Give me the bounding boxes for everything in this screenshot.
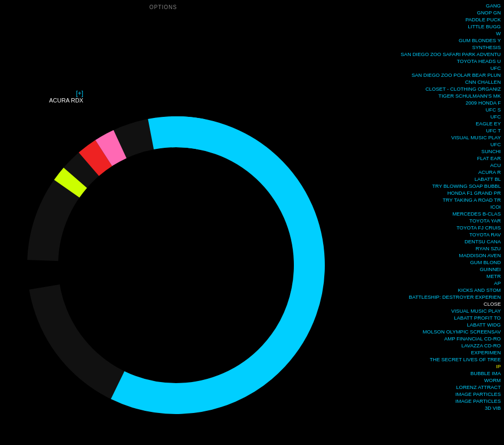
list-item[interactable]: GNOP GN [365,9,502,16]
chart-area [0,0,373,445]
list-item[interactable]: LITTLE BUGG [365,23,502,30]
list-item[interactable]: GANG [365,2,502,9]
list-item[interactable]: LABATT BL [365,176,502,182]
list-item[interactable]: GUINNEI [365,266,502,273]
list-item[interactable]: SYNTHESIS [365,44,502,51]
list-item[interactable]: SAN DIEGO ZOO POLAR BEAR PLUN [365,71,502,78]
list-item[interactable]: UFC S [365,106,502,113]
list-item[interactable]: GUM BLONDES Y [365,37,502,44]
list-item[interactable]: SAN DIEGO ZOO SAFARI PARK ADVENTU [365,51,502,58]
svg-point-4 [21,110,331,420]
list-item[interactable]: TOYOTA HEADS U [365,58,502,65]
list-item[interactable]: TRY TAKING A ROAD TR [365,196,502,203]
donut-chart [21,110,331,420]
list-item[interactable]: PADDLE PUCK [365,16,502,23]
list-item[interactable]: MOLSON OLYMPIC SCREENSAV [365,328,502,335]
list-item[interactable]: UFC [365,113,502,120]
list-item[interactable]: IP [365,363,502,370]
svg-point-5 [21,110,331,420]
list-item[interactable]: AMP FINANCIAL CD-RO [365,335,502,342]
list-item[interactable]: EXPERIMEN [365,349,502,356]
list-item[interactable]: UFC T [365,127,502,134]
list-item[interactable]: W [365,30,502,37]
list-item[interactable]: MADDISON AVEN [365,252,502,259]
list-item[interactable]: LORENZ ATTRACT [365,384,502,391]
list-item[interactable]: DENTSU CANA [365,238,502,245]
list-item[interactable]: FLAT EAR [365,155,502,162]
list-item[interactable]: TRY BLOWING SOAP BUBBL [365,182,502,189]
list-item[interactable]: TOYOTA FJ CRUIS [365,224,502,231]
main-container: OPTIONS [+] ACURA RDX [0,0,504,445]
list-item[interactable]: ACU [365,162,502,169]
list-item[interactable]: ACURA R [365,169,502,176]
list-item[interactable]: EAGLE EY [365,120,502,127]
list-item[interactable]: 2009 HONDA F [365,99,502,106]
list-item[interactable]: UFC [365,65,502,71]
list-item[interactable]: THE SECRET LIVES OF TREE [365,356,502,363]
list-item[interactable]: BUBBLE IMA [365,370,502,377]
svg-point-6 [21,110,331,420]
list-item[interactable]: IMAGE PARTICLES [365,391,502,398]
list-item[interactable]: LABATT WIDG [365,321,502,328]
list-item[interactable]: WORM [365,377,502,384]
list-item[interactable]: VISUAL MUSIC PLAY [365,307,502,314]
list-item[interactable]: MERCEDES B-CLAS [365,210,502,217]
list-item[interactable]: ICOI [365,203,502,210]
list-item[interactable]: IMAGE PARTICLES [365,398,502,404]
list-item[interactable]: RYAN SZU [365,245,502,252]
list-item[interactable]: TOYOTA YAR [365,217,502,224]
list-item[interactable]: GUM BLOND [365,259,502,266]
list-item[interactable]: LAVAZZA CD-RO [365,342,502,349]
list-item[interactable]: TOYOTA RAV [365,231,502,238]
list-item[interactable]: CLOSE [365,300,502,307]
list-item[interactable]: CLOSET - CLOTHING ORGANIZ [365,85,502,92]
list-item[interactable]: HONDA F1 GRAND PR [365,189,502,196]
list-item[interactable]: VISUAL MUSIC PLAY [365,134,502,141]
donut-container [21,110,331,420]
svg-point-2 [21,110,331,420]
list-item[interactable]: METR [365,273,502,280]
list-item[interactable]: AP [365,280,502,287]
list-item[interactable]: TIGER SCHULMANN'S MK [365,92,502,99]
list-item[interactable]: SUNCHI [365,148,502,155]
list-item[interactable]: KICKS AND STOM [365,287,502,293]
list-item[interactable]: 3D VIB [365,404,502,411]
svg-point-3 [21,110,331,420]
list-item[interactable]: BATTLESHIP: DESTROYER EXPERIEN [365,293,502,300]
list-item[interactable]: CNN CHALLEN [365,78,502,85]
list-item[interactable]: UFC [365,141,502,148]
list-item[interactable]: LABATT PROFIT TO [365,314,502,321]
right-list: GANGGNOP GNPADDLE PUCKLITTLE BUGGWGUM BL… [365,0,504,445]
